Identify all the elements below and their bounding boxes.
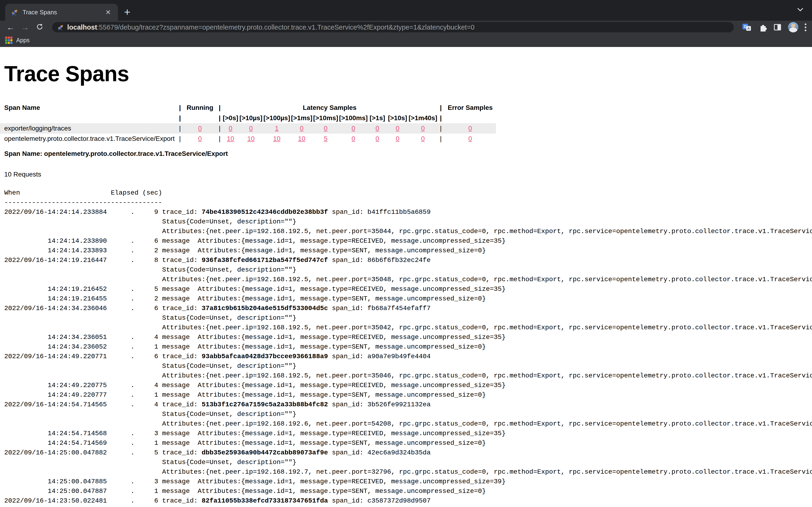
puzzle-icon[interactable]: [758, 23, 767, 32]
svg-text:A: A: [747, 26, 750, 30]
span-summary-table: Span Name | Running | Latency Samples | …: [0, 103, 496, 144]
latency-count-link[interactable]: 0: [324, 125, 327, 132]
bookmark-apps[interactable]: Apps: [16, 37, 30, 44]
error-count: 0: [444, 123, 496, 133]
request-status-line: Status{Code=Unset, description=""}: [4, 217, 812, 227]
latency-count: 0: [239, 123, 263, 133]
latency-count-link[interactable]: 0: [396, 135, 399, 142]
error-count-link[interactable]: 0: [468, 135, 472, 142]
latency-count: 0: [339, 133, 368, 144]
side-panel-icon[interactable]: [773, 23, 782, 32]
latency-bucket-label: [>1s]: [368, 113, 387, 123]
request-message-line: 14:24:19.216455 . 2 message Attributes:{…: [4, 294, 812, 303]
column-separator: |: [217, 123, 222, 133]
column-separator: |: [437, 123, 444, 133]
running-count: 0: [183, 133, 217, 144]
latency-count-link[interactable]: 0: [421, 135, 425, 142]
request-status-line: Status{Code=Unset, description=""}: [4, 313, 812, 323]
latency-count-link[interactable]: 0: [229, 125, 233, 132]
request-attributes-line: Attributes:{net.peer.ip=192.168.192.7, n…: [4, 467, 812, 477]
kebab-menu-icon[interactable]: [805, 23, 806, 31]
trace-id: 82fa11055b338efcd733187347651fda: [202, 497, 328, 504]
latency-count-link[interactable]: 10: [227, 135, 234, 142]
latency-bucket-label: [>10ms]: [313, 113, 339, 123]
request-message-line: 14:24:54.714569 . 1 message Attributes:{…: [4, 438, 812, 448]
column-separator: |: [177, 123, 183, 133]
reload-icon[interactable]: [36, 23, 44, 32]
bookmarks-bar: Apps: [0, 34, 812, 47]
latency-count-link[interactable]: 0: [375, 135, 379, 142]
latency-count: 0: [291, 123, 313, 133]
latency-count-link[interactable]: 0: [249, 125, 253, 132]
request-attributes-line: Attributes:{net.peer.ip=192.168.192.5, n…: [4, 275, 812, 284]
latency-bucket-label: [>0s]: [222, 113, 239, 123]
apps-grid-icon[interactable]: [5, 37, 12, 44]
request-count: 10 Requests: [4, 171, 812, 178]
forward-arrow-icon[interactable]: →: [21, 23, 29, 31]
bucket-header-row: ||[>0s][>10µs][>100µs][>1ms][>10ms][>100…: [0, 113, 496, 123]
column-separator: |: [177, 113, 183, 123]
running-count-link[interactable]: 0: [198, 135, 202, 142]
latency-count-link[interactable]: 0: [421, 125, 425, 132]
running-count-link[interactable]: 0: [198, 125, 202, 132]
latency-count-link[interactable]: 0: [375, 125, 379, 132]
column-separator: |: [217, 103, 222, 113]
page-title: Trace Spans: [4, 61, 812, 86]
latency-count: 0: [368, 133, 387, 144]
latency-bucket-label: [>10s]: [387, 113, 409, 123]
latency-count: 0: [409, 123, 437, 133]
latency-count-link[interactable]: 0: [352, 125, 355, 132]
address-bar[interactable]: localhost:55679/debug/tracez?zspanname=o…: [52, 22, 734, 33]
latency-count-link[interactable]: 5: [324, 135, 327, 142]
column-separator: |: [437, 133, 444, 144]
latency-count: 0: [387, 123, 409, 133]
col-latency-samples: Latency Samples: [222, 103, 437, 113]
requests-separator: ----------------------------------------: [4, 198, 812, 207]
latency-count-link[interactable]: 10: [247, 135, 254, 142]
request-attributes-line: Attributes:{net.peer.ip=192.168.192.5, n…: [4, 323, 812, 332]
trace-id: dbb35e25936a90b4472cabb89073af9e: [202, 449, 328, 456]
request-message-line: 14:24:14.233893 . 2 message Attributes:{…: [4, 246, 812, 256]
request-message-line: 14:24:34.236051 . 4 message Attributes:{…: [4, 332, 812, 342]
close-icon[interactable]: ✕: [104, 7, 113, 17]
request-status-line: Status{Code=Unset, description=""}: [4, 457, 812, 467]
request-message-line: 14:25:00.047887 . 1 message Attributes:{…: [4, 486, 812, 496]
browser-tab[interactable]: Trace Spans ✕: [5, 4, 118, 21]
latency-count-link[interactable]: 0: [396, 125, 399, 132]
latency-count-link[interactable]: 1: [275, 125, 278, 132]
column-separator: |: [217, 113, 222, 123]
request-attributes-line: Attributes:{net.peer.ip=192.168.192.6, n…: [4, 419, 812, 429]
latency-count: 0: [368, 123, 387, 133]
latency-count-link[interactable]: 0: [300, 125, 304, 132]
col-span-name: Span Name: [0, 103, 177, 113]
empty-cell: [0, 113, 177, 123]
latency-count: 10: [222, 133, 239, 144]
col-error-samples: Error Samples: [444, 103, 496, 113]
column-separator: |: [437, 113, 444, 123]
column-separator: |: [217, 133, 222, 144]
translate-icon[interactable]: G A: [742, 22, 752, 32]
new-tab-button[interactable]: +: [124, 7, 131, 17]
latency-count-link[interactable]: 10: [273, 135, 280, 142]
request-status-line: Status{Code=Unset, description=""}: [4, 409, 812, 419]
request-status-line: Status{Code=Unset, description=""}: [4, 265, 812, 275]
latency-count-link[interactable]: 0: [352, 135, 355, 142]
error-count-link[interactable]: 0: [468, 125, 472, 132]
request-span-line: 2022/09/16-14:24:19.216447 . 8 trace_id:…: [4, 256, 812, 265]
avatar[interactable]: [788, 22, 798, 33]
latency-count: 0: [313, 123, 339, 133]
trace-id: 93abb5afcaa0428d37bccee9366188a9: [202, 353, 328, 360]
latency-count: 0: [409, 133, 437, 144]
request-message-line: 14:24:19.216452 . 5 message Attributes:{…: [4, 284, 812, 294]
back-arrow-icon[interactable]: ←: [7, 23, 14, 31]
latency-bucket-label: [>1ms]: [291, 113, 313, 123]
latency-bucket-label: [>100ms]: [339, 113, 368, 123]
request-attributes-line: Attributes:{net.peer.ip=192.168.192.5, n…: [4, 227, 812, 236]
span-name: exporter/logging/traces: [0, 123, 177, 133]
request-message-line: 14:24:54.714568 . 3 message Attributes:{…: [4, 429, 812, 438]
chevron-down-icon[interactable]: [797, 7, 804, 13]
request-message-line: 14:24:49.220775 . 4 message Attributes:{…: [4, 381, 812, 390]
summary-header-row: Span Name | Running | Latency Samples | …: [0, 103, 496, 113]
trace-id: 37a81c9b615b204a6e515df533004d5c: [202, 305, 328, 312]
latency-count-link[interactable]: 10: [298, 135, 305, 142]
